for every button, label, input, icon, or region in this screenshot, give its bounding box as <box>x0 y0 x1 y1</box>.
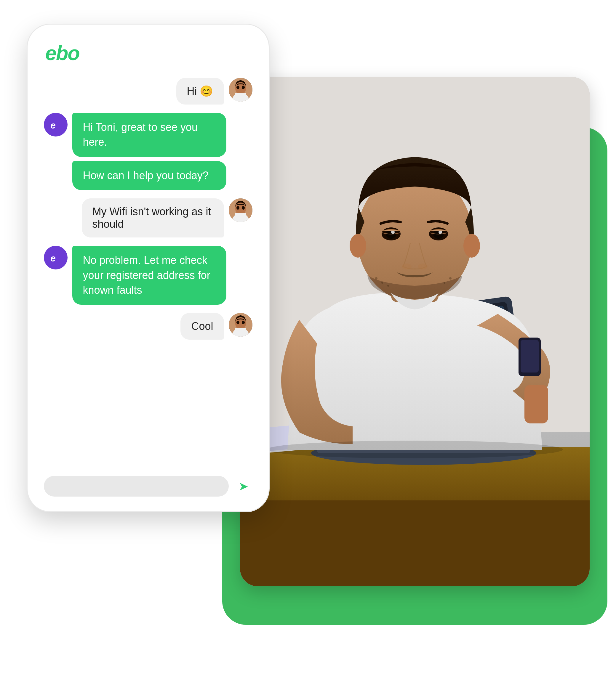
svg-point-15 <box>463 234 480 258</box>
user-message-3-text: My Wifi isn't working as it should <box>92 205 211 230</box>
svg-point-55 <box>242 321 245 324</box>
message-input[interactable] <box>44 476 229 497</box>
logo-text: ebo <box>44 42 91 66</box>
bot-avatar-1: e <box>44 113 68 137</box>
svg-point-48 <box>47 249 65 267</box>
bot-bubble-1b: How can I help you today? <box>72 161 226 190</box>
svg-point-38 <box>237 86 239 89</box>
scene: ebo Hi 😊 <box>27 24 590 660</box>
user-face-icon-5 <box>229 313 252 337</box>
svg-point-23 <box>418 264 427 270</box>
ebo-logo-svg: ebo <box>44 42 91 63</box>
svg-point-32 <box>267 440 563 458</box>
svg-text:ebo: ebo <box>45 42 80 63</box>
svg-point-26 <box>387 285 389 287</box>
logo: ebo <box>44 42 252 66</box>
svg-point-28 <box>444 282 445 284</box>
user-face-icon-3 <box>229 198 252 222</box>
bot-avatar-icon-2: e <box>47 249 65 267</box>
user-avatar-3 <box>229 198 252 222</box>
bot-bubbles-group-2: No problem. Let me check your registered… <box>72 246 226 305</box>
message-row-3: My Wifi isn't working as it should <box>44 198 252 237</box>
message-row-4: e No problem. Let me check your register… <box>44 246 252 305</box>
svg-point-54 <box>237 321 239 324</box>
bot-bubbles-group-1: Hi Toni, great to see you here. How can … <box>72 113 226 190</box>
send-button[interactable]: ➤ <box>235 477 252 495</box>
user-message-1-text: Hi 😊 <box>187 85 213 97</box>
user-avatar-1 <box>229 78 252 101</box>
user-avatar-5 <box>229 313 252 337</box>
user-face-icon <box>229 78 252 101</box>
user-bubble-1: Hi 😊 <box>176 78 224 105</box>
send-icon: ➤ <box>239 479 248 493</box>
svg-point-46 <box>237 206 239 210</box>
bot-bubble-1a: Hi Toni, great to see you here. <box>72 113 226 157</box>
bot-message-1a-text: Hi Toni, great to see you here. <box>83 121 198 148</box>
bot-avatar-2: e <box>44 246 68 270</box>
input-bar: ➤ <box>44 473 252 497</box>
svg-point-25 <box>381 282 383 284</box>
bot-message-2a-text: No problem. Let me check your registered… <box>83 254 211 296</box>
phone-mockup: ebo Hi 😊 <box>27 24 270 512</box>
svg-point-47 <box>242 206 245 210</box>
svg-point-40 <box>47 116 65 134</box>
message-row-2: e Hi Toni, great to see you here. How ca… <box>44 113 252 190</box>
person-illustration <box>240 77 590 586</box>
bot-bubble-2a: No problem. Let me check your registered… <box>72 246 226 305</box>
user-bubble-3: My Wifi isn't working as it should <box>82 198 224 237</box>
svg-point-14 <box>350 234 366 258</box>
svg-rect-31 <box>521 340 539 372</box>
svg-point-39 <box>242 86 245 89</box>
svg-rect-3 <box>240 500 590 586</box>
photo-card <box>240 77 590 586</box>
message-row-1: Hi 😊 <box>44 78 252 105</box>
svg-point-27 <box>449 277 452 279</box>
svg-rect-29 <box>524 385 548 424</box>
bot-message-1b-text: How can I help you today? <box>83 169 208 182</box>
message-row-5: Cool <box>44 313 252 340</box>
svg-point-24 <box>375 277 377 279</box>
user-message-5-text: Cool <box>191 320 213 332</box>
chat-area: Hi 😊 <box>44 78 252 464</box>
photo-background <box>240 77 590 586</box>
svg-text:e: e <box>50 120 56 131</box>
bot-avatar-icon: e <box>47 116 65 134</box>
svg-point-22 <box>402 264 412 270</box>
user-bubble-5: Cool <box>180 313 224 340</box>
svg-text:e: e <box>50 253 56 264</box>
